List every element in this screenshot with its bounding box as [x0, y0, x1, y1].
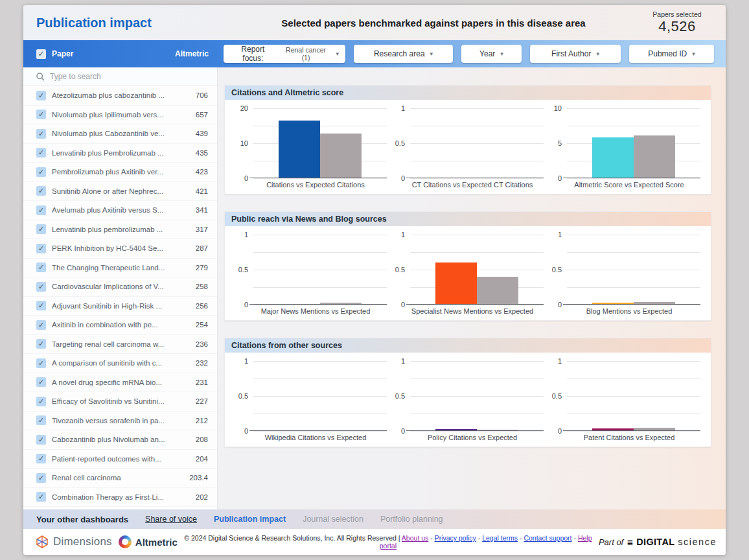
list-item[interactable]: ✓A novel drug specific mRNA bio...231: [23, 373, 217, 393]
checkbox-checked[interactable]: ✓: [36, 129, 46, 139]
y-tick-label: 1: [558, 357, 562, 365]
list-item[interactable]: ✓The Changing Therapeutic Land...279: [23, 259, 217, 278]
dashboard-link-journal-selection[interactable]: Journal selection: [303, 515, 363, 524]
footer-link-contact-support[interactable]: Contact support: [524, 534, 571, 542]
list-item[interactable]: ✓Combination Therapy as First-Li...202: [23, 488, 217, 508]
list-item[interactable]: ✓Adjuvant Sunitinib in High-Risk ...256: [23, 297, 217, 316]
checkbox-checked[interactable]: ✓: [36, 301, 46, 310]
gridline: [410, 178, 544, 179]
column-header-altmetric: Altmetric: [175, 49, 209, 58]
list-item[interactable]: ✓Targeting renal cell carcinoma w...236: [23, 335, 217, 355]
paper-title: Tivozanib versus sorafenib in pa...: [52, 417, 196, 425]
filter-dropdown-year[interactable]: Year▾: [461, 45, 522, 63]
gridline: [567, 431, 700, 432]
brand-science: science: [678, 537, 717, 547]
list-item[interactable]: ✓Tivozanib versus sorafenib in pa...212: [23, 412, 217, 431]
list-item[interactable]: ✓Nivolumab plus Ipilimumab vers...657: [23, 106, 217, 125]
header-subtitle: Selected papers benchmarked against pape…: [225, 18, 641, 29]
list-item[interactable]: ✓Pembrolizumab plus Axitinib ver...423: [23, 163, 217, 182]
checkbox-checked[interactable]: ✓: [36, 110, 46, 119]
filter-label: First Author: [551, 49, 591, 58]
list-item[interactable]: ✓Cardiovascular Implications of V...258: [23, 277, 217, 297]
chevron-down-icon: ▾: [500, 51, 503, 57]
filter-dropdown-research-area[interactable]: Research area▾: [354, 45, 453, 63]
bar: [320, 134, 362, 178]
y-tick-label: 0.5: [395, 266, 405, 274]
checkbox-checked[interactable]: ✓: [36, 454, 46, 463]
list-item[interactable]: ✓PERK Inhibition by HC-5404 Se...287: [23, 239, 217, 259]
filter-label: Year: [479, 49, 495, 58]
filter-dropdown-first-author[interactable]: First Author▾: [530, 45, 621, 63]
gridline: [410, 431, 544, 432]
y-tick-label: 0.5: [552, 392, 562, 400]
list-item[interactable]: ✓Avelumab plus Axitinib versus S...341: [23, 201, 217, 220]
checkbox-checked[interactable]: ✓: [36, 397, 46, 406]
y-tick-label: 0: [401, 427, 405, 435]
bar-chart: 00.51Blog Mentions vs Expected: [545, 235, 700, 315]
footer-link-privacy-policy[interactable]: Privacy policy: [435, 534, 476, 542]
checkbox-checked[interactable]: ✓: [36, 224, 46, 234]
dimensions-logo[interactable]: Dimensions: [35, 535, 112, 549]
app-window: Publication impact Selected papers bench…: [23, 5, 726, 555]
list-item[interactable]: ✓A comparison of sunitinib with c...232: [23, 354, 217, 373]
checkbox-checked[interactable]: ✓: [36, 282, 46, 292]
checkbox-checked[interactable]: ✓: [36, 320, 46, 330]
bar: [592, 137, 634, 178]
dimensions-icon: [35, 535, 49, 549]
checkbox-checked[interactable]: ✓: [36, 205, 46, 215]
filter-dropdown-pubmed-id[interactable]: Pubmed ID▾: [629, 45, 714, 63]
paper-title: Avelumab plus Axitinib versus S...: [52, 206, 196, 214]
y-axis: 0510: [545, 108, 563, 178]
gridline: [253, 178, 387, 179]
x-axis-line: [406, 430, 544, 432]
list-item[interactable]: ✓Renal cell carcinoma203.4: [23, 469, 217, 488]
list-item[interactable]: ✓Lenvatinib plus Pembrolizumab ...435: [23, 144, 217, 163]
checkbox-checked[interactable]: ✓: [36, 358, 46, 368]
paper-title: Lenvatinib plus Pembrolizumab ...: [52, 149, 196, 157]
dashboard-link-portfolio-planning[interactable]: Portfolio planning: [380, 515, 443, 524]
checkbox-checked[interactable]: ✓: [36, 435, 46, 445]
checkbox-checked[interactable]: ✓: [36, 473, 46, 483]
checkbox-checked[interactable]: ✓: [36, 244, 46, 253]
list-item[interactable]: ✓Atezolizumab plus cabozantinib ...706: [23, 86, 217, 106]
report-focus-dropdown[interactable]: Report focus: Renal cancer (1) ▾: [224, 45, 345, 63]
x-axis-line: [249, 430, 387, 432]
checkbox-checked[interactable]: ✓: [36, 91, 46, 100]
list-item[interactable]: ✓Axitinib in combination with pe...254: [23, 316, 217, 335]
paper-score: 423: [196, 168, 208, 176]
checkbox-checked[interactable]: ✓: [36, 377, 46, 387]
list-item[interactable]: ✓Nivolumab plus Cabozantinib ve...439: [23, 124, 217, 144]
paper-score: 254: [196, 321, 208, 329]
checkbox-checked[interactable]: ✓: [36, 339, 46, 349]
dashboard-link-share-of-voice[interactable]: Share of voice: [145, 515, 197, 524]
copyright-text: © 2024 Digital Science & Research Soluti…: [184, 534, 592, 550]
dimensions-label: Dimensions: [53, 535, 112, 548]
x-axis-label: Wikipedia Citations vs Expected: [231, 434, 387, 441]
checkbox-checked[interactable]: ✓: [36, 492, 46, 502]
footer-links: About us - Privacy policy - Legal terms …: [380, 534, 592, 550]
checkbox-checked[interactable]: ✓: [36, 148, 46, 158]
list-item[interactable]: ✓Patient-reported outcomes with...204: [23, 450, 217, 469]
list-item[interactable]: ✓Cabozantinib plus Nivolumab an...208: [23, 430, 217, 450]
paper-score: 232: [196, 359, 208, 367]
list-item[interactable]: ✓Lenvatinib plus pembrolizumab ...317: [23, 220, 217, 240]
footer-link-about-us[interactable]: About us: [402, 534, 428, 542]
dashboard-link-publication-impact[interactable]: Publication impact: [214, 515, 286, 524]
checkbox-checked[interactable]: ✓: [36, 262, 46, 272]
panel: Citations and Altmetric score 01020Citat…: [224, 85, 711, 194]
paper-title: Patient-reported outcomes with...: [52, 455, 196, 463]
footer-link-legal-terms[interactable]: Legal terms: [482, 534, 518, 542]
select-all-checkbox[interactable]: ✓: [36, 49, 46, 59]
y-tick-label: 1: [401, 231, 405, 239]
filter-bar: Report focus: Renal cancer (1) ▾ Researc…: [218, 40, 726, 67]
search-input[interactable]: [50, 72, 209, 81]
altmetric-logo[interactable]: Altmetric: [119, 535, 178, 548]
paper-list: ✓Atezolizumab plus cabozantinib ...706✓N…: [23, 86, 217, 509]
checkbox-checked[interactable]: ✓: [36, 415, 46, 425]
list-item[interactable]: ✓Efficacy of Savolitinib vs Sunitini...2…: [23, 392, 217, 412]
list-item[interactable]: ✓Sunitinib Alone or after Nephrec...421: [23, 182, 217, 202]
checkbox-checked[interactable]: ✓: [36, 167, 46, 177]
bar-chart: 00.51Major News Mentions vs Expected: [231, 235, 387, 315]
checkbox-checked[interactable]: ✓: [36, 186, 46, 196]
plot-area: [567, 361, 700, 431]
